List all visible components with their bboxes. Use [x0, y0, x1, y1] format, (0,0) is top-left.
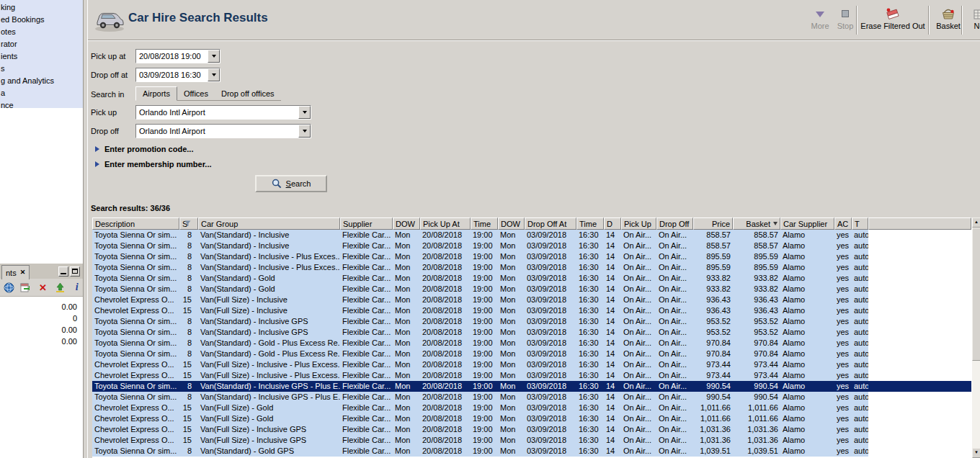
- dropoff-dropdown-button[interactable]: [298, 125, 311, 138]
- table-row[interactable]: Toyota Sienna Or sim...8Van(Standard) - …: [92, 251, 971, 262]
- restore-button[interactable]: [58, 266, 68, 277]
- sidebar-item[interactable]: otes: [0, 26, 83, 38]
- row-filler: [868, 230, 971, 241]
- scroll-down-button[interactable]: ▼: [972, 448, 980, 458]
- table-cell: 20/08/2018: [420, 284, 471, 295]
- dropoff-at-dropdown-button[interactable]: [208, 68, 220, 81]
- pickup-at-combo[interactable]: 20/08/2018 19:00: [135, 49, 220, 63]
- column-header-pickup-at[interactable]: Pick Up At: [420, 217, 471, 230]
- table-row[interactable]: Toyota Sienna Or sim...8Van(Standard) - …: [92, 230, 971, 241]
- table-row[interactable]: Toyota Sienna Or sim...8Van(Standard) - …: [92, 284, 971, 295]
- sidebar-item[interactable]: rator: [0, 38, 83, 50]
- column-header-dow-dropoff[interactable]: DOW: [498, 217, 525, 230]
- table-row[interactable]: Toyota Sienna Or sim...8Van(Standard) - …: [92, 446, 971, 457]
- basket-icon: [941, 7, 956, 20]
- table-row[interactable]: Chevrolet Express O...15Van(Full Size) -…: [92, 435, 971, 446]
- membership-number-expander[interactable]: Enter membership number...: [95, 160, 212, 169]
- table-cell: Van(Full Size) - Inclusive - Plus Excess…: [198, 370, 340, 381]
- upload-icon[interactable]: [54, 282, 66, 294]
- table-cell: 03/09/2018: [525, 413, 576, 424]
- table-row[interactable]: Toyota Sienna Or sim...8Van(Standard) - …: [92, 262, 971, 273]
- pickup-combo[interactable]: Orlando Intl Airport: [135, 105, 311, 120]
- basket-button[interactable]: Basket: [932, 6, 964, 30]
- column-header-basket[interactable]: Basket: [733, 217, 780, 230]
- column-header-time-pickup[interactable]: Time: [471, 217, 498, 230]
- column-header-dow-pickup[interactable]: DOW: [393, 217, 420, 230]
- table-row[interactable]: Toyota Sienna Or sim...8Van(Standard) - …: [92, 392, 971, 403]
- export-icon[interactable]: [20, 282, 32, 294]
- column-header-car-group[interactable]: Car Group: [198, 217, 340, 230]
- dropoff-at-combo[interactable]: 03/09/2018 16:30: [135, 68, 220, 82]
- sidebar-item[interactable]: king: [0, 1, 83, 14]
- table-row[interactable]: Chevrolet Express O...15Van(Full Size) -…: [92, 295, 971, 305]
- table-row[interactable]: Chevrolet Express O...15Van(Full Size) -…: [92, 403, 971, 413]
- table-row[interactable]: Chevrolet Express O...15Van(Full Size) -…: [92, 413, 971, 424]
- column-header-supplier[interactable]: Supplier: [340, 217, 393, 230]
- sidebar-item[interactable]: nce: [0, 99, 83, 112]
- sidebar-item[interactable]: a: [0, 87, 83, 99]
- table-cell: 1,011.66: [733, 403, 780, 413]
- table-cell: auto: [852, 338, 868, 349]
- bottom-panel-tab[interactable]: nts ✕: [1, 265, 30, 279]
- tab-dropoff-offices[interactable]: Drop off offices: [215, 88, 281, 101]
- table-row[interactable]: Toyota Sienna Or sim...8Van(Standard) - …: [92, 316, 971, 327]
- column-header-dropoff-at[interactable]: Drop Off At: [525, 217, 576, 230]
- sidebar-item[interactable]: g and Analytics: [0, 75, 83, 87]
- close-icon[interactable]: ✕: [20, 269, 26, 276]
- table-cell: Mon: [498, 251, 525, 262]
- table-cell: 20/08/2018: [420, 327, 471, 338]
- table-row[interactable]: Toyota Sienna Or sim...8Van(Standard) - …: [92, 381, 971, 392]
- table-cell: 936.43: [733, 305, 780, 316]
- table-cell: yes: [834, 273, 852, 284]
- column-header-ac[interactable]: AC: [834, 217, 852, 230]
- column-header-description[interactable]: Description: [92, 217, 179, 230]
- sidebar-item[interactable]: s: [0, 63, 83, 75]
- net-button[interactable]: Net: [966, 6, 980, 30]
- table-row[interactable]: Toyota Sienna Or sim...8Van(Standard) - …: [92, 241, 971, 251]
- table-row[interactable]: Chevrolet Express O...15Van(Full Size) -…: [92, 424, 971, 435]
- column-header-dropoff-loc[interactable]: Drop Off: [656, 217, 693, 230]
- pickup-at-dropdown-button[interactable]: [208, 50, 220, 63]
- info-icon[interactable]: i: [71, 282, 83, 294]
- scroll-up-button[interactable]: ▲: [972, 217, 980, 228]
- row-filler: [868, 284, 971, 295]
- sidebar-splitter[interactable]: [83, 0, 88, 458]
- table-row[interactable]: Chevrolet Express O...15Van(Full Size) -…: [92, 370, 971, 381]
- column-label: Description: [95, 220, 135, 228]
- table-cell: Toyota Sienna Or sim...: [92, 381, 179, 392]
- row-filler: [868, 413, 971, 424]
- table-row[interactable]: Toyota Sienna Or sim...8Van(Standard) - …: [92, 327, 971, 338]
- table-row[interactable]: Toyota Sienna Or sim...8Van(Standard) - …: [92, 273, 971, 284]
- row-filler: [868, 381, 971, 392]
- column-header-days[interactable]: D: [604, 217, 621, 230]
- tab-airports[interactable]: Airports: [135, 86, 177, 101]
- stop-button[interactable]: Stop: [834, 6, 856, 30]
- column-header-seats[interactable]: S: [179, 217, 198, 230]
- table-cell: 03/09/2018: [525, 262, 576, 273]
- delete-icon[interactable]: ✕: [37, 282, 49, 294]
- column-header-time-dropoff[interactable]: Time: [576, 217, 604, 230]
- sidebar-item[interactable]: ed Bookings: [0, 14, 83, 26]
- scrollbar-thumb[interactable]: [972, 228, 980, 361]
- vertical-scrollbar[interactable]: ▲ ▼: [971, 217, 980, 458]
- sidebar-item[interactable]: ients: [0, 50, 83, 63]
- column-header-pickup-loc[interactable]: Pick Up: [621, 217, 656, 230]
- more-button[interactable]: More: [806, 6, 834, 30]
- dropoff-combo[interactable]: Orlando Intl Airport: [135, 124, 311, 138]
- table-row[interactable]: Chevrolet Express O...15Van(Full Size) -…: [92, 359, 971, 370]
- column-header-t[interactable]: T: [852, 217, 868, 230]
- table-row[interactable]: Chevrolet Express O...15Van(Full Size) -…: [92, 305, 971, 316]
- promotion-code-expander[interactable]: Enter promotion code...: [95, 145, 193, 153]
- pickup-dropdown-button[interactable]: [298, 106, 311, 119]
- search-button[interactable]: Search: [255, 175, 327, 192]
- column-header-car-supplier[interactable]: Car Supplier: [780, 217, 834, 230]
- maximize-button[interactable]: [70, 266, 80, 277]
- tab-offices[interactable]: Offices: [177, 88, 215, 101]
- globe-icon[interactable]: [3, 282, 15, 294]
- table-row[interactable]: Toyota Sienna Or sim...8Van(Standard) - …: [92, 349, 971, 359]
- column-header-price[interactable]: Price: [693, 217, 733, 230]
- table-row[interactable]: Toyota Sienna Or sim...8Van(Standard) - …: [92, 338, 971, 349]
- table-cell: 14: [604, 413, 621, 424]
- table-cell: On Air...: [621, 262, 656, 273]
- erase-filtered-out-button[interactable]: Erase Filtered Out: [859, 6, 927, 30]
